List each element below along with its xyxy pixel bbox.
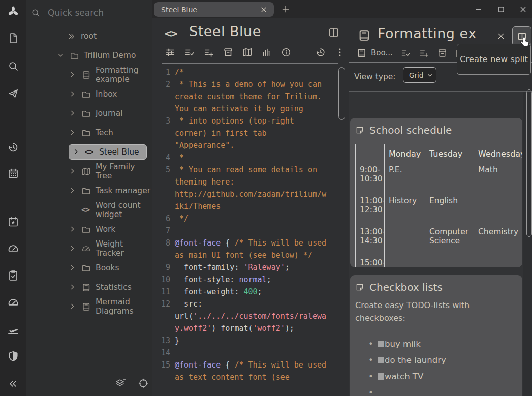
table-cell[interactable]: English bbox=[425, 194, 474, 225]
table-cell[interactable]: Chemistry bbox=[474, 225, 523, 256]
table-cell[interactable]: 9:00-10:30 bbox=[356, 163, 385, 194]
ribbon-dots-v-icon[interactable] bbox=[334, 47, 346, 58]
create-split-button[interactable] bbox=[328, 26, 340, 39]
tree-item-task-manager[interactable]: Task manager bbox=[69, 183, 150, 198]
code-editor[interactable]: 1/*2 * This is a demo of how you can cre… bbox=[160, 66, 346, 396]
card-school-schedule[interactable]: School schedule MondayTuesdayWednesday 9… bbox=[350, 118, 522, 267]
chevron-right-icon[interactable] bbox=[69, 167, 77, 175]
chevron-right-icon[interactable] bbox=[69, 302, 77, 311]
new-tab-button[interactable] bbox=[281, 5, 290, 14]
view-type-select[interactable]: Grid bbox=[403, 67, 436, 83]
code-line: 10 font-style: normal; bbox=[160, 273, 346, 286]
quick-search-input[interactable]: Quick search bbox=[28, 4, 148, 21]
table-cell[interactable]: History bbox=[385, 194, 425, 225]
table-cell[interactable]: P.E. bbox=[385, 163, 425, 194]
tree-item-my-family-tree[interactable]: My Family Tree bbox=[69, 164, 152, 179]
chevron-right-icon[interactable] bbox=[69, 71, 77, 79]
tree-item-root[interactable]: root bbox=[54, 28, 97, 44]
chevron-right-icon[interactable] bbox=[69, 225, 77, 233]
clipboard-check-icon[interactable] bbox=[7, 269, 20, 282]
code-line-content: @font-face { /* This will be used as mai… bbox=[175, 237, 330, 261]
tree-item-trilium-demo[interactable]: Trilium Demo bbox=[57, 48, 136, 63]
chevron-down-icon[interactable] bbox=[57, 51, 65, 59]
table-cell[interactable] bbox=[474, 194, 523, 225]
tree-item-inbox[interactable]: Inbox bbox=[69, 86, 117, 102]
table-cell[interactable]: Math bbox=[474, 163, 523, 194]
maximize-window-button[interactable] bbox=[497, 5, 506, 14]
chevron-right-icon[interactable] bbox=[69, 283, 77, 291]
card-checkbox-lists[interactable]: Checkbox lists Create easy TODO-lists wi… bbox=[350, 275, 522, 396]
table-cell[interactable] bbox=[474, 256, 523, 268]
plane-icon[interactable] bbox=[7, 323, 20, 337]
tree-item-label: Task manager bbox=[96, 186, 150, 195]
tree-item-statistics[interactable]: Statistics bbox=[69, 280, 132, 295]
todo-item[interactable]: watch TV bbox=[355, 369, 517, 385]
file-icon[interactable] bbox=[7, 32, 20, 45]
tree-item-books[interactable]: Books bbox=[69, 260, 119, 276]
close-window-button[interactable] bbox=[519, 5, 527, 14]
tree-item-tech[interactable]: Tech bbox=[69, 125, 113, 140]
chevron-right-icon[interactable] bbox=[69, 129, 77, 137]
todo-item[interactable]: buy milk bbox=[355, 336, 517, 352]
tree-item-steel-blue[interactable]: <>Steel Blue bbox=[69, 144, 147, 160]
calendar-star-icon[interactable] bbox=[7, 215, 20, 228]
table-cell[interactable] bbox=[425, 163, 474, 194]
note-title[interactable]: Formatting ex bbox=[378, 25, 485, 41]
ribbon-info-icon[interactable] bbox=[280, 47, 292, 58]
gauge-icon[interactable] bbox=[7, 242, 20, 255]
ribbon-map-icon[interactable] bbox=[242, 47, 253, 58]
table-cell[interactable] bbox=[425, 256, 474, 268]
chevron-right-icon[interactable] bbox=[69, 90, 77, 98]
table-cell[interactable] bbox=[385, 225, 425, 256]
close-pane-icon[interactable] bbox=[496, 32, 506, 41]
send-icon[interactable] bbox=[7, 87, 20, 100]
chevron-right-icon[interactable] bbox=[69, 187, 77, 195]
layers-minus-icon[interactable] bbox=[115, 378, 126, 389]
tree-item-journal[interactable]: Journal bbox=[69, 106, 123, 121]
tree-item-formatting-example[interactable]: Formatting example bbox=[69, 67, 152, 82]
ribbon-list-check-icon[interactable] bbox=[400, 48, 411, 58]
chevron-right-icon[interactable] bbox=[69, 245, 77, 253]
gauge-icon[interactable] bbox=[7, 296, 20, 309]
table-cell[interactable]: Computer Science bbox=[425, 225, 474, 256]
tree-item-word-count-widget[interactable]: <>Word count widget bbox=[69, 202, 152, 218]
ribbon-list-plus-icon[interactable] bbox=[203, 47, 214, 58]
tab-close-icon[interactable] bbox=[260, 6, 268, 14]
ribbon-bar-chart-icon[interactable] bbox=[261, 47, 272, 58]
history-icon[interactable] bbox=[7, 141, 20, 154]
ribbon-sliders-icon[interactable] bbox=[165, 47, 176, 58]
shield-icon[interactable] bbox=[7, 350, 20, 363]
checkbox-unchecked[interactable] bbox=[378, 373, 384, 380]
tab-steel-blue[interactable]: Steel Blue bbox=[154, 2, 274, 17]
tree-item-weight-tracker[interactable]: Weight Tracker bbox=[69, 241, 152, 256]
ribbon-list-check-icon[interactable] bbox=[184, 47, 195, 58]
chevron-right-icon[interactable] bbox=[72, 148, 80, 156]
tree-item-mermaid-diagrams[interactable]: Mermaid Diagrams bbox=[69, 299, 152, 314]
todo-item[interactable]: do the laundry bbox=[355, 352, 517, 369]
table-cell[interactable]: 15:00- bbox=[356, 256, 385, 268]
checkbox-unchecked[interactable] bbox=[378, 357, 384, 363]
table-header-cell: Monday bbox=[385, 144, 425, 163]
ribbon-archive-icon[interactable] bbox=[437, 48, 448, 58]
chevron-right-icon[interactable] bbox=[69, 264, 77, 272]
chevron-right-icon[interactable] bbox=[69, 109, 77, 117]
minimize-window-button[interactable] bbox=[474, 5, 483, 14]
todo-item[interactable] bbox=[355, 385, 517, 396]
right-pane-scrollbar-thumb[interactable] bbox=[526, 89, 532, 237]
editor-scrollbar-thumb[interactable] bbox=[338, 67, 345, 120]
note-title[interactable]: Steel Blue bbox=[189, 23, 261, 39]
table-cell[interactable] bbox=[385, 256, 425, 268]
target-icon[interactable] bbox=[138, 378, 149, 389]
table-cell[interactable]: 13:00-14:30 bbox=[356, 225, 385, 256]
calendar-icon[interactable] bbox=[7, 167, 20, 180]
ribbon-archive-icon[interactable] bbox=[223, 47, 234, 58]
ribbon-list-plus-icon[interactable] bbox=[419, 48, 429, 58]
tree-item-work[interactable]: Work bbox=[69, 222, 115, 237]
checkbox-unchecked[interactable] bbox=[378, 341, 384, 347]
table-cell[interactable]: 11:00-12:30 bbox=[356, 194, 385, 225]
ribbon-history2-icon[interactable] bbox=[315, 47, 326, 58]
code-token: font-style: bbox=[175, 275, 239, 284]
collapse-sidebar-button[interactable] bbox=[7, 377, 20, 390]
search-icon[interactable] bbox=[7, 59, 20, 73]
ribbon-tab-book-properties[interactable]: Boo... bbox=[356, 48, 393, 58]
